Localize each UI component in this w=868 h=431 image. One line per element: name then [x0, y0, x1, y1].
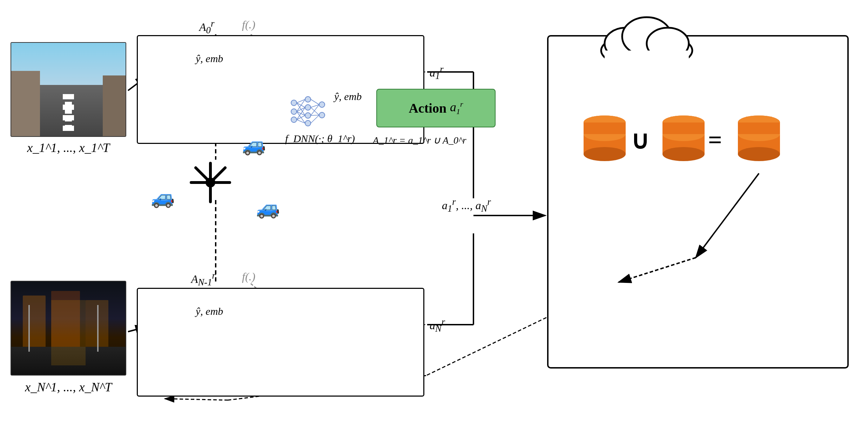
- action-var-top: a1r: [450, 100, 463, 116]
- car-icon-2: 🚙: [151, 186, 175, 209]
- svg-point-27: [291, 117, 297, 122]
- car-icon-1: 🚙: [242, 133, 266, 156]
- db-icon-2: [659, 114, 708, 166]
- bottom-image-label: x_N^1, ..., x_N^T: [11, 380, 126, 394]
- a0-label: A0r: [199, 18, 214, 36]
- car-icon-3: 🚙: [256, 197, 280, 219]
- svg-line-126: [619, 258, 696, 282]
- emb-label-top: ŷ, emb: [334, 91, 362, 102]
- yhat-emb-bottom: ŷ, emb: [196, 305, 223, 317]
- svg-point-28: [305, 97, 311, 102]
- db-icon-3: [734, 114, 783, 166]
- svg-point-95: [662, 147, 705, 161]
- cloud-union-op: ∪: [631, 126, 649, 155]
- night-road-image: [11, 281, 126, 376]
- svg-line-49: [311, 115, 319, 123]
- svg-point-29: [305, 105, 311, 110]
- combined-actions-label: a1r, ..., aNr: [442, 197, 491, 214]
- set-eq-top: A_1^r = a_1^r ∪ A_0^r: [373, 134, 466, 146]
- cloud-svg: [594, 8, 699, 68]
- svg-line-44: [311, 99, 319, 105]
- svg-rect-86: [605, 51, 689, 68]
- svg-rect-92: [584, 122, 626, 134]
- action-box-top: Action a1r: [376, 89, 496, 127]
- day-road-image: [11, 42, 126, 137]
- db-icon-1: [580, 114, 629, 166]
- svg-point-33: [319, 112, 325, 118]
- svg-point-25: [291, 100, 297, 106]
- svg-line-125: [696, 173, 759, 258]
- svg-point-101: [738, 147, 780, 161]
- svg-point-30: [305, 113, 311, 118]
- top-image-label: x_1^1, ..., x_1^T: [11, 140, 126, 155]
- anr-out-label: aNr: [430, 317, 445, 334]
- yhat-emb-top: ŷ, emb: [196, 53, 223, 65]
- dnn-icon-top: [289, 92, 327, 127]
- cloud-arrows: [549, 37, 850, 370]
- f-label-bottom: f(.): [242, 270, 255, 283]
- action-label-top: Action: [409, 100, 446, 116]
- svg-line-48: [311, 115, 319, 115]
- svg-line-22: [165, 399, 228, 400]
- an1-label: AN-1r: [191, 270, 216, 288]
- svg-line-80: [196, 168, 210, 183]
- cloud-equals-op: =: [708, 126, 722, 154]
- cloud-box: Cloud ∪ =: [547, 35, 849, 369]
- svg-point-26: [291, 109, 297, 114]
- hub-icon: [189, 161, 231, 204]
- svg-point-31: [305, 120, 311, 126]
- f-label-top: f(.): [242, 18, 255, 31]
- svg-point-32: [319, 102, 325, 107]
- svg-rect-98: [662, 122, 705, 134]
- diagram: x_1^1, ..., x_1^T x_N^1, ..., x_N^T: [0, 0, 868, 431]
- svg-line-81: [210, 168, 225, 183]
- svg-point-89: [584, 147, 626, 161]
- svg-rect-104: [738, 122, 780, 134]
- dnn-label-top: f_DNN(·; θ_1^r): [285, 133, 355, 145]
- agent-top-box: f_DNN(·; θ_1^r) ŷ, emb Action a1r A_1^r …: [137, 35, 424, 144]
- a1r-out-label: a1r: [430, 64, 444, 81]
- agent-bottom-box: f_DNN(·; θ_N^r) ŷ, emb Action aNr ANr = …: [137, 288, 424, 397]
